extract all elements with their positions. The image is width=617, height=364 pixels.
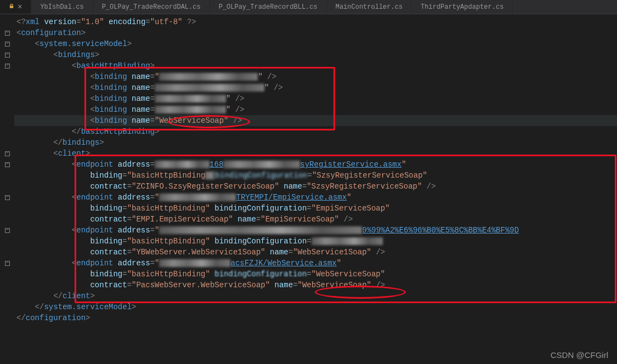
code-line: <bindings> bbox=[14, 49, 617, 60]
lock-icon bbox=[9, 3, 14, 11]
code-line: <system.serviceModel> bbox=[14, 38, 617, 49]
code-line: <basicHttpBinding> bbox=[14, 60, 617, 71]
code-line: binding="basicHttpBindingbindingConfigur… bbox=[14, 170, 617, 181]
tab-maincontroller[interactable]: MainController.cs bbox=[327, 0, 412, 14]
tab-active-config[interactable]: × bbox=[0, 0, 31, 14]
code-line: contract="PacsWebServer.WebServiceSoap" … bbox=[14, 280, 617, 291]
code-line: <client> bbox=[14, 148, 617, 159]
code-line: <binding name=" /> bbox=[14, 82, 617, 93]
code-line: <binding name="" /> bbox=[14, 71, 617, 82]
code-line: binding="basicHttpBinding" bindingConfig… bbox=[14, 203, 617, 214]
tab-traderecorddal[interactable]: P_OLPay_TradeRecordDAL.cs bbox=[93, 0, 210, 14]
fold-toggle[interactable]: − bbox=[0, 192, 14, 203]
tab-ybishdal[interactable]: YbIshDal.cs bbox=[31, 0, 93, 14]
code-line: binding="basicHttpBinding" bindingConfig… bbox=[14, 236, 617, 247]
code-line: </system.serviceModel> bbox=[14, 302, 617, 312]
code-line: binding="basicHttpBinding" bindingConfig… bbox=[14, 269, 617, 280]
code-line-highlighted: <binding name="WebServiceSoap" /> bbox=[14, 115, 617, 126]
fold-gutter: − − − − − − − − − bbox=[0, 14, 14, 364]
fold-toggle[interactable]: − bbox=[0, 60, 14, 71]
tab-thirdparty[interactable]: ThirdPartyApdapter.cs bbox=[412, 0, 513, 14]
code-line: <binding name=" /> bbox=[14, 104, 617, 115]
code-line: <endpoint address="TRYEMPI/EmpiService.a… bbox=[14, 192, 617, 203]
close-icon[interactable]: × bbox=[18, 3, 22, 12]
fold-toggle[interactable]: − bbox=[0, 49, 14, 60]
code-line: contract="EMPI.EmpiServiceSoap" name="Em… bbox=[14, 214, 617, 225]
code-line: contract="ZCINFO.SzsyRegisterServiceSoap… bbox=[14, 181, 617, 192]
code-line: <endpoint address=168syRegisterService.a… bbox=[14, 159, 617, 170]
code-content[interactable]: <?xml version="1.0" encoding="utf-8" ?> … bbox=[14, 14, 617, 364]
code-line: <configuration> bbox=[14, 27, 617, 38]
fold-toggle[interactable]: − bbox=[0, 148, 14, 159]
fold-toggle[interactable]: − bbox=[0, 38, 14, 49]
code-line: </basicHttpBinding> bbox=[14, 126, 617, 137]
fold-toggle[interactable]: − bbox=[0, 258, 14, 269]
tab-bar: × YbIshDal.cs P_OLPay_TradeRecordDAL.cs … bbox=[0, 0, 617, 14]
code-line: <endpoint address="acsFZJK/WebService.as… bbox=[14, 258, 617, 269]
fold-toggle[interactable]: − bbox=[0, 27, 14, 38]
code-line: </bindings> bbox=[14, 137, 617, 148]
code-line: <?xml version="1.0" encoding="utf-8" ?> bbox=[14, 16, 617, 27]
fold-toggle[interactable]: − bbox=[0, 159, 14, 170]
watermark: CSDN @CFGirl bbox=[551, 350, 608, 360]
code-line: </configuration> bbox=[14, 312, 617, 323]
code-line: </client> bbox=[14, 291, 617, 302]
code-line: contract="YBWebServer.WebService1Soap" n… bbox=[14, 247, 617, 258]
fold-toggle[interactable]: − bbox=[0, 225, 14, 236]
code-line: <binding name=" /> bbox=[14, 93, 617, 104]
code-editor[interactable]: − − − − − − − − − <?xml version="1.0" en… bbox=[0, 14, 617, 364]
code-line: <endpoint address="9%99%A2%E6%96%B0%E5%8… bbox=[14, 225, 617, 236]
tab-traderecordbll[interactable]: P_OLPay_TradeRecordBLL.cs bbox=[210, 0, 327, 14]
